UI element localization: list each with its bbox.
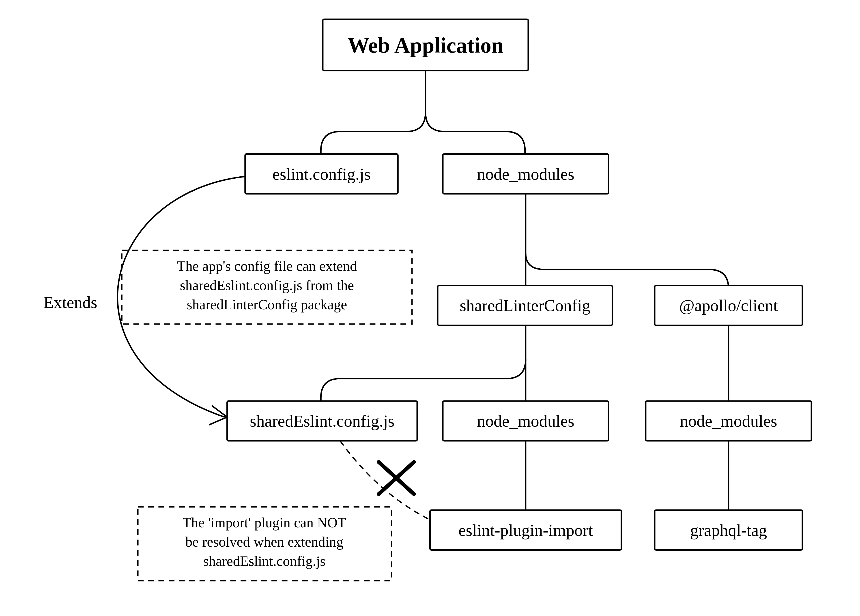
node-node-modules-apollo: node_modules <box>646 401 811 441</box>
note-cannot-l3: sharedEslint.config.js <box>203 553 325 569</box>
node-web-application-label: Web Application <box>348 33 504 57</box>
node-apollo-client-label: @apollo/client <box>679 296 778 315</box>
edge-nm-to-apollo <box>526 253 728 289</box>
node-graphql-tag: graphql-tag <box>654 510 802 550</box>
node-eslint-plugin-import-label: eslint-plugin-import <box>458 521 593 539</box>
node-node-modules-top: node_modules <box>443 154 609 194</box>
node-shared-linter-config: sharedLinterConfig <box>438 285 612 326</box>
diagram-canvas: Web Application eslint.config.js node_mo… <box>0 0 860 616</box>
node-node-modules-apollo-label: node_modules <box>680 412 777 430</box>
edge-cannot-resolve <box>340 441 430 520</box>
node-web-application: Web Application <box>323 19 528 71</box>
node-graphql-tag-label: graphql-tag <box>690 521 767 539</box>
edge-slc-to-sharedeslint <box>321 359 526 401</box>
node-node-modules-slc-label: node_modules <box>477 412 574 430</box>
node-shared-eslint-config: sharedEslint.config.js <box>227 401 417 441</box>
note-extend: The app's config file can extend sharedE… <box>122 250 412 324</box>
x-mark-icon <box>379 462 414 494</box>
node-apollo-client: @apollo/client <box>654 285 802 326</box>
note-extend-l3: sharedLinterConfig package <box>187 297 347 312</box>
node-eslint-config-label: eslint.config.js <box>272 165 370 183</box>
note-extend-l2: sharedEslint.config.js from the <box>180 277 354 293</box>
node-node-modules-slc: node_modules <box>443 401 609 441</box>
node-eslint-plugin-import: eslint-plugin-import <box>430 510 621 550</box>
note-cannot-l2: be resolved when extending <box>185 534 344 550</box>
label-extends: Extends <box>44 293 97 312</box>
edge-root-to-eslint <box>321 112 425 154</box>
note-cannot-resolve: The 'import' plugin can NOT be resolved … <box>138 507 391 581</box>
node-shared-linter-config-label: sharedLinterConfig <box>460 296 590 315</box>
note-cannot-l1: The 'import' plugin can NOT <box>182 515 346 530</box>
node-node-modules-top-label: node_modules <box>477 165 574 183</box>
node-eslint-config: eslint.config.js <box>245 154 398 194</box>
edge-root-to-nodemodules <box>425 112 525 154</box>
note-extend-l1: The app's config file can extend <box>177 258 357 274</box>
node-shared-eslint-config-label: sharedEslint.config.js <box>250 412 395 430</box>
